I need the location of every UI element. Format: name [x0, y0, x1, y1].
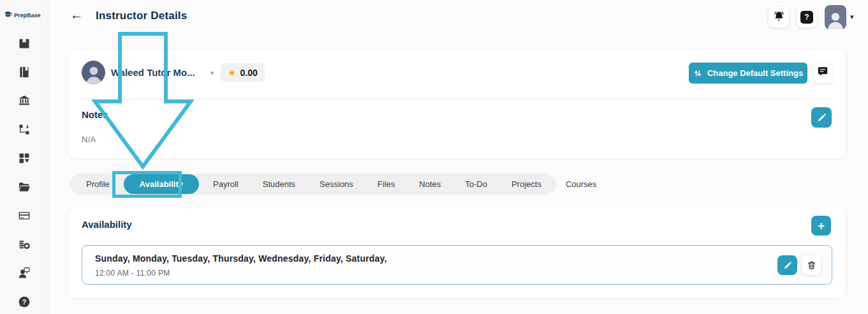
folder-icon[interactable]: [18, 181, 31, 193]
tab-courses[interactable]: Courses: [554, 174, 608, 195]
tab-availability[interactable]: Availability: [124, 174, 199, 194]
sidebar: PrepBase ?: [0, 0, 48, 314]
chat-icon: [817, 66, 828, 80]
rating-badge: ★ 0.00: [221, 63, 265, 82]
notes-heading: Notes: [82, 109, 108, 120]
user-menu-caret-icon[interactable]: ▾: [850, 13, 854, 21]
pencil-icon: [817, 113, 827, 123]
instructor-caret-icon[interactable]: ▾: [210, 69, 214, 77]
tab-profile[interactable]: Profile: [74, 174, 122, 195]
back-arrow-icon[interactable]: ←: [70, 8, 83, 21]
card-divider: [82, 99, 832, 100]
change-default-settings-button[interactable]: Change Default Settings: [689, 63, 807, 84]
grad-cap-icon: [4, 10, 12, 20]
tab-files[interactable]: Files: [365, 174, 407, 195]
help-button[interactable]: ?: [797, 7, 817, 27]
box-icon[interactable]: [18, 37, 31, 50]
add-availability-button[interactable]: +: [811, 216, 831, 236]
tab-notes[interactable]: Notes: [407, 174, 453, 195]
svg-text:?: ?: [22, 298, 26, 306]
tab-sessions[interactable]: Sessions: [307, 174, 365, 195]
tab-projects[interactable]: Projects: [499, 174, 554, 195]
tab-payroll[interactable]: Payroll: [201, 174, 251, 195]
availability-card: Availability + Sunday, Monday, Tuesday, …: [69, 207, 845, 298]
plus-icon: +: [818, 220, 825, 232]
tab-todo[interactable]: To-Do: [453, 174, 499, 195]
sort-arrows-icon: [693, 69, 702, 78]
sidebar-nav: ?: [0, 37, 48, 308]
page-title: Instructor Details: [96, 10, 187, 22]
instructor-card: Waleed Tutor Mo... ▾ ★ 0.00 Change Defau…: [69, 50, 845, 158]
edit-availability-button[interactable]: [777, 255, 797, 275]
instructor-name-dropdown[interactable]: Waleed Tutor Mo...: [111, 67, 195, 78]
question-mark-icon: ?: [800, 11, 813, 24]
change-default-settings-label: Change Default Settings: [707, 68, 803, 78]
coins-icon[interactable]: [18, 238, 31, 251]
app-logo-text: PrepBase: [14, 12, 41, 19]
sitemap-icon[interactable]: [18, 123, 31, 136]
pencil-icon: [783, 261, 792, 270]
availability-days: Sunday, Monday, Tuesday, Thursday, Wedne…: [95, 253, 387, 264]
message-button[interactable]: [813, 63, 833, 83]
tab-students[interactable]: Students: [251, 174, 307, 195]
bell-icon: [773, 10, 785, 25]
star-icon: ★: [228, 68, 236, 77]
book-icon[interactable]: [18, 66, 31, 78]
app-logo[interactable]: PrepBase: [4, 10, 41, 20]
trash-icon: [807, 260, 816, 270]
notes-value: N/A: [82, 135, 96, 144]
availability-time-range: 12:00 AM - 11:00 PM: [95, 269, 170, 278]
user-avatar[interactable]: [825, 5, 846, 29]
credit-card-icon[interactable]: [18, 209, 31, 222]
help-icon[interactable]: ?: [18, 295, 31, 308]
rating-value: 0.00: [240, 68, 257, 78]
delete-availability-button[interactable]: [802, 255, 821, 275]
instructor-avatar: [82, 61, 105, 84]
availability-heading: Availability: [82, 219, 132, 230]
bank-icon[interactable]: [18, 94, 31, 107]
availability-entry-row: Sunday, Monday, Tuesday, Thursday, Wedne…: [82, 245, 832, 285]
notifications-button[interactable]: [769, 7, 789, 27]
instructor-tabbar: Profile Availability Payroll Students Se…: [70, 174, 556, 195]
person-chat-icon[interactable]: [18, 267, 31, 280]
edit-notes-button[interactable]: [811, 107, 832, 128]
grid-arrow-icon[interactable]: [18, 152, 31, 165]
